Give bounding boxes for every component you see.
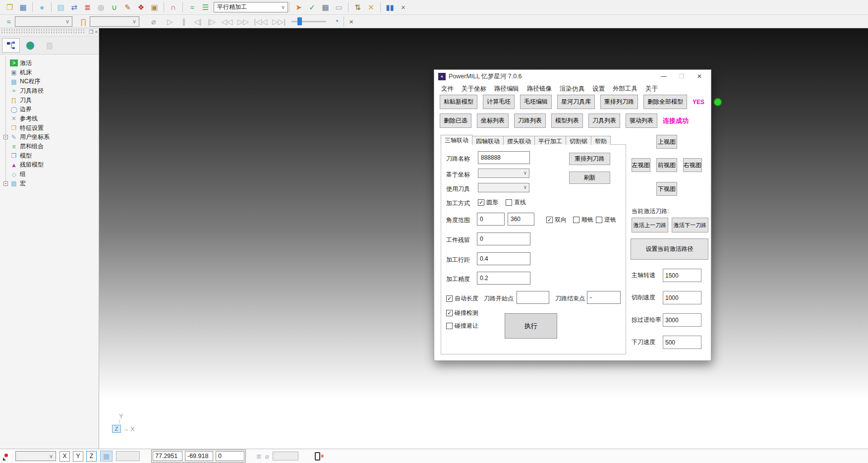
tab[interactable]: 摆头联动 bbox=[503, 136, 535, 145]
rotate-view-icon[interactable] bbox=[315, 452, 320, 461]
maximize-button[interactable]: ❐ bbox=[674, 73, 689, 80]
tab[interactable]: 帮助 bbox=[591, 136, 611, 145]
verify-icon[interactable]: ✓ bbox=[306, 1, 318, 13]
explorer-globe-tab[interactable] bbox=[21, 38, 39, 53]
play-button[interactable]: ▷ bbox=[166, 15, 174, 27]
step-back-button[interactable]: ◁| bbox=[193, 15, 202, 27]
paste-new-model-button[interactable]: 粘贴新模型 bbox=[440, 95, 477, 109]
tree-item-activate[interactable]: + > 激活 bbox=[2, 58, 99, 68]
levels-icon[interactable]: ≣ bbox=[81, 1, 94, 13]
strategy-dropdown[interactable]: 平行精加工 ∨ bbox=[214, 2, 288, 12]
tab[interactable]: 四轴联动 bbox=[472, 136, 504, 145]
view-front-button[interactable]: 前视图 bbox=[656, 158, 677, 172]
menu-item[interactable]: 关于 bbox=[641, 83, 662, 95]
rewind-button[interactable]: ◁◁ bbox=[221, 15, 232, 27]
compare-models-icon[interactable]: ▮▮ bbox=[384, 1, 396, 13]
set-active-toolpath-button[interactable]: 设置当前激活路径 bbox=[631, 238, 708, 260]
delete-all-models-button[interactable]: 删除全部模型 bbox=[643, 95, 687, 109]
tab[interactable]: 切割锯 bbox=[566, 136, 591, 145]
collision-check-icon[interactable]: ∩ bbox=[167, 1, 179, 13]
transform-icon[interactable]: ✕ bbox=[365, 1, 377, 13]
angle-from-input[interactable]: 0 bbox=[477, 213, 505, 226]
drive-list-button[interactable]: 驱动列表 bbox=[626, 114, 657, 128]
step-forward-button[interactable]: |▷ bbox=[207, 15, 216, 27]
menu-item[interactable]: 关于坐标 bbox=[458, 83, 490, 95]
galaxy-tool-library-button[interactable]: 星河刀具库 bbox=[557, 95, 595, 109]
dir-conventional-checkbox[interactable]: 逆铣 bbox=[596, 216, 616, 224]
clock-icon[interactable]: ◔ bbox=[330, 15, 343, 27]
points-icon[interactable]: ❖ bbox=[135, 1, 147, 13]
go-to-end-button[interactable]: ▷▷| bbox=[272, 15, 286, 27]
shaded-view-icon[interactable]: ● bbox=[36, 1, 48, 13]
calculator-icon[interactable]: ▦ bbox=[319, 1, 332, 13]
pattern-icon[interactable]: ✎ bbox=[121, 1, 134, 13]
axis-z-button[interactable]: Z bbox=[86, 451, 97, 462]
param-input[interactable]: 500 bbox=[663, 336, 701, 349]
tree-item-levels-sets[interactable]: + ≡ 层和组合 bbox=[2, 142, 99, 151]
stepover-input[interactable]: 0.4 bbox=[477, 252, 530, 265]
go-to-start-button[interactable]: |◁◁ bbox=[254, 15, 267, 27]
leads-links-icon[interactable]: ⇄ bbox=[68, 1, 80, 13]
ruler-icon[interactable]: ▭ bbox=[333, 1, 345, 13]
expander-icon[interactable]: + bbox=[3, 181, 8, 186]
view-right-button[interactable]: 右视图 bbox=[683, 158, 702, 172]
use-tool-dropdown[interactable]: ∨ bbox=[478, 183, 529, 192]
tree-item-toolpaths[interactable]: + ≈ 刀具路径 bbox=[2, 86, 99, 96]
toolpath-list-icon[interactable]: ☰ bbox=[199, 1, 212, 13]
delete-selected-button[interactable]: 删除已选 bbox=[440, 114, 471, 128]
axis-y-button[interactable]: Y bbox=[73, 451, 83, 462]
collision-avoid-checkbox[interactable]: 碰撞避让 bbox=[446, 322, 478, 330]
stock-allowance-input[interactable]: 0 bbox=[477, 232, 530, 245]
view-left-button[interactable]: 左视图 bbox=[632, 158, 650, 172]
mode-line-checkbox[interactable]: 直线 bbox=[506, 198, 526, 207]
model-list-button[interactable]: 模型列表 bbox=[551, 114, 583, 128]
tree-item-machine-tool[interactable]: + ▣ 机床 bbox=[2, 68, 99, 77]
status-dropdown[interactable]: ∨ bbox=[15, 451, 56, 461]
explorer-tree-tab[interactable] bbox=[2, 38, 20, 53]
snap-options-button[interactable] bbox=[2, 452, 12, 461]
slider-thumb[interactable] bbox=[297, 17, 302, 25]
highlight-icon[interactable]: ⌀ bbox=[147, 15, 160, 27]
save-project-icon[interactable]: ▦ bbox=[17, 1, 29, 13]
panel-restore-icon[interactable]: ❐ bbox=[89, 29, 93, 36]
pause-button[interactable]: ∥ bbox=[179, 15, 188, 27]
block-icon[interactable]: ▧ bbox=[55, 1, 67, 13]
simulation-speed-slider[interactable] bbox=[291, 17, 326, 26]
angle-to-input[interactable]: 360 bbox=[508, 213, 534, 226]
tree-item-models[interactable]: + ❒ 模型 bbox=[2, 151, 99, 161]
view-top-button[interactable]: 上视图 bbox=[656, 135, 677, 149]
close-toolbar-icon[interactable]: × bbox=[397, 1, 409, 13]
simulation-tool-dropdown[interactable]: ∨ bbox=[90, 16, 139, 27]
start-point-input[interactable] bbox=[517, 291, 549, 304]
tree-item-groups[interactable]: + ◇ 组 bbox=[2, 170, 99, 179]
mode-circle-checkbox[interactable]: ✓ 圆形 bbox=[478, 198, 498, 207]
calc-block-button[interactable]: 计算毛坯 bbox=[483, 95, 515, 109]
dialog-title-bar[interactable]: ✦ PowerMILL 忆梦星河 7.0.6 — ❐ ✕ bbox=[434, 70, 711, 82]
tree-item-stock-models[interactable]: + ▲ 残留模型 bbox=[2, 161, 99, 170]
tool-change-icon[interactable]: ⇅ bbox=[351, 1, 364, 13]
auto-length-checkbox[interactable]: ✓ 自动长度 bbox=[446, 294, 478, 303]
rearrange-toolpaths-button[interactable]: 重排列刀路 bbox=[600, 95, 638, 109]
menu-item[interactable]: 路径镜像 bbox=[523, 83, 556, 95]
tab[interactable]: 平行加工 bbox=[534, 136, 566, 145]
explorer-trash-tab[interactable] bbox=[41, 38, 58, 53]
close-button[interactable]: ✕ bbox=[692, 73, 707, 80]
simulate-icon[interactable]: ➤ bbox=[292, 1, 305, 13]
rearrange-toolpaths-form-button[interactable]: 重排列刀路 bbox=[569, 153, 610, 165]
coord-list-button[interactable]: 坐标列表 bbox=[477, 114, 509, 128]
axis-x-button[interactable]: X bbox=[59, 451, 70, 462]
close-playback-toolbar-icon[interactable]: × bbox=[345, 15, 357, 27]
fast-forward-button[interactable]: ▷▷ bbox=[237, 15, 249, 27]
tree-item-tools[interactable]: + ∏ 刀具 bbox=[2, 96, 99, 105]
grid-toggle-button[interactable]: ▦ bbox=[100, 451, 113, 462]
simulation-toolpath-dropdown[interactable]: ∨ bbox=[15, 16, 72, 27]
view-bottom-button[interactable]: 下视图 bbox=[656, 182, 677, 196]
tolerance-input[interactable]: 0.2 bbox=[477, 272, 530, 285]
menu-item[interactable]: 外部工具 bbox=[609, 83, 641, 95]
dir-climb-checkbox[interactable]: 顺铣 bbox=[573, 216, 593, 224]
tree-item-patterns[interactable]: + ✕ 参考线 bbox=[2, 114, 99, 123]
base-coord-dropdown[interactable]: ∨ bbox=[478, 169, 529, 178]
toolpath-list-button[interactable]: 刀路列表 bbox=[514, 114, 546, 128]
panel-close-icon[interactable]: × bbox=[95, 29, 98, 36]
tree-item-boundaries[interactable]: + ◯ 边界 bbox=[2, 105, 99, 114]
